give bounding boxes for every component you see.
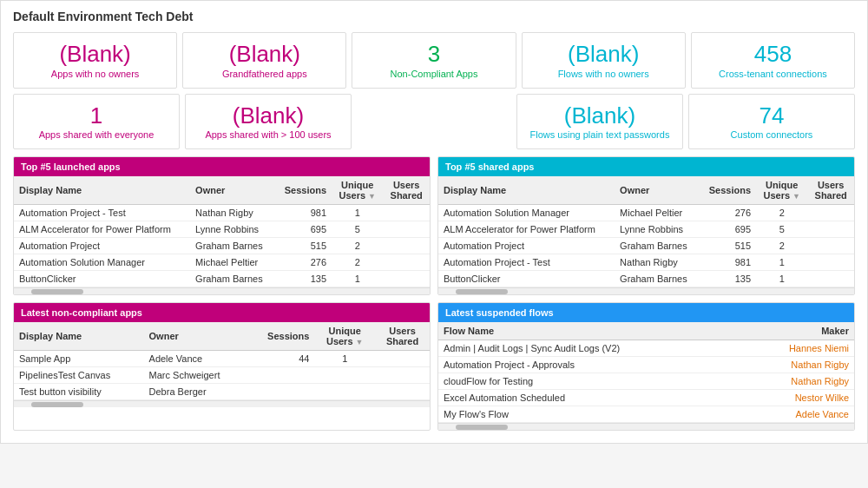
kpi-label-cross-tenant: Cross-tenant connections <box>697 69 849 79</box>
scrollbar-noncompliant[interactable] <box>14 400 430 407</box>
scrollbar-launched[interactable] <box>14 287 430 294</box>
kpi-value-apps-no-owners: (Blank) <box>19 42 171 67</box>
table-row: ALM Accelerator for Power PlatformLynne … <box>438 221 854 238</box>
page-container: Default Environment Tech Debt (Blank) Ap… <box>0 0 868 444</box>
kpi-label-shared-100: Apps shared with > 100 users <box>191 129 345 140</box>
col-flow-name: Flow Name <box>438 322 740 340</box>
tables-row-1: Top #5 launched apps Display Name Owner … <box>13 156 855 295</box>
latest-suspended-table: Flow Name Maker Admin | Audit Logs | Syn… <box>438 322 854 423</box>
latest-noncompliant-table: Display Name Owner Sessions UniqueUsers … <box>14 322 430 400</box>
table-row: cloudFlow for TestingNathan Rigby <box>438 373 854 390</box>
table-row: Excel Automation ScheduledNestor Wilke <box>438 390 854 406</box>
kpi-shared-everyone[interactable]: 1 Apps shared with everyone <box>13 94 180 150</box>
scrollbar-thumb <box>31 289 83 294</box>
kpi-value-non-compliant: 3 <box>358 42 510 67</box>
kpi-row-2: 1 Apps shared with everyone (Blank) Apps… <box>13 94 855 150</box>
table-row: Automation Solution ManagerMichael Pelti… <box>14 254 430 271</box>
table-row: Test button visibilityDebra Berger <box>14 384 430 400</box>
latest-suspended-panel: Latest suspended flows Flow Name Maker A… <box>437 302 855 431</box>
table-row: Automation ProjectGraham Barnes5152 <box>14 238 430 254</box>
kpi-value-flows-no-owners: (Blank) <box>528 42 680 67</box>
table-row: ButtonClickerGraham Barnes1351 <box>438 271 854 287</box>
kpi-value-grandfathered: (Blank) <box>188 42 340 67</box>
top5-launched-header-row: Display Name Owner Sessions UniqueUsers … <box>14 176 430 205</box>
kpi-value-shared-everyone: 1 <box>19 103 174 129</box>
kpi-cross-tenant[interactable]: 458 Cross-tenant connections <box>691 32 855 89</box>
col-users-shared: UsersShared <box>807 176 854 205</box>
table-row: Automation Solution ManagerMichael Pelti… <box>438 205 854 221</box>
kpi-row-1: (Blank) Apps with no owners (Blank) Gran… <box>13 32 855 89</box>
top5-shared-panel: Top #5 shared apps Display Name Owner Se… <box>437 156 855 295</box>
kpi-label-custom-connectors: Custom connectors <box>694 129 849 140</box>
col-unique-users: UniqueUsers ▼ <box>314 322 375 351</box>
col-sessions: Sessions <box>247 322 314 351</box>
table-row: My Flow's FlowAdele Vance <box>438 406 854 423</box>
noncompliant-header-row: Display Name Owner Sessions UniqueUsers … <box>14 322 430 351</box>
top5-launched-table: Display Name Owner Sessions UniqueUsers … <box>14 176 430 287</box>
table-row: Automation Project - TestNathan Rigby981… <box>438 254 854 271</box>
table-row: PipelinesTest CanvasMarc Schweigert <box>14 367 430 384</box>
kpi-label-grandfathered: Grandfathered apps <box>188 69 340 79</box>
scrollbar-suspended[interactable] <box>438 423 854 430</box>
kpi-shared-100[interactable]: (Blank) Apps shared with > 100 users <box>185 94 352 150</box>
latest-noncompliant-panel: Latest non-compliant apps Display Name O… <box>13 302 431 431</box>
top5-shared-header: Top #5 shared apps <box>438 157 854 176</box>
col-display-name: Display Name <box>14 322 144 351</box>
kpi-apps-no-owners[interactable]: (Blank) Apps with no owners <box>13 32 177 89</box>
scrollbar-thumb <box>456 425 508 430</box>
table-row: ALM Accelerator for Power PlatformLynne … <box>14 221 430 238</box>
kpi-label-plain-text: Flows using plain text passwords <box>523 129 677 140</box>
top5-launched-header: Top #5 launched apps <box>14 157 430 176</box>
col-unique-users: UniqueUsers ▼ <box>756 176 807 205</box>
col-owner: Owner <box>190 176 274 205</box>
kpi-custom-connectors[interactable]: 74 Custom connectors <box>688 94 855 150</box>
col-display-name: Display Name <box>14 176 190 205</box>
col-maker: Maker <box>740 322 854 340</box>
kpi-spacer <box>357 94 511 150</box>
kpi-value-custom-connectors: 74 <box>694 103 849 129</box>
kpi-flows-no-owners[interactable]: (Blank) Flows with no owners <box>522 32 686 89</box>
col-display-name: Display Name <box>438 176 615 205</box>
kpi-value-plain-text: (Blank) <box>523 103 677 129</box>
kpi-value-cross-tenant: 458 <box>697 42 849 67</box>
kpi-label-non-compliant: Non-Compliant Apps <box>358 69 510 79</box>
kpi-label-apps-no-owners: Apps with no owners <box>19 69 171 79</box>
table-row: ButtonClickerGraham Barnes1351 <box>14 271 430 287</box>
kpi-plain-text-pw[interactable]: (Blank) Flows using plain text passwords <box>516 94 683 150</box>
col-sessions: Sessions <box>700 176 757 205</box>
scrollbar-thumb <box>31 402 83 407</box>
table-row: Sample AppAdele Vance441 <box>14 351 430 367</box>
kpi-label-flows-no-owners: Flows with no owners <box>528 69 680 79</box>
kpi-non-compliant[interactable]: 3 Non-Compliant Apps <box>352 32 516 89</box>
kpi-grandfathered-apps[interactable]: (Blank) Grandfathered apps <box>182 32 346 89</box>
table-row: Automation ProjectGraham Barnes5152 <box>438 238 854 254</box>
table-row: Automation Project - ApprovalsNathan Rig… <box>438 357 854 373</box>
latest-suspended-header: Latest suspended flows <box>438 303 854 322</box>
table-row: Admin | Audit Logs | Sync Audit Logs (V2… <box>438 340 854 357</box>
kpi-label-shared-everyone: Apps shared with everyone <box>19 129 174 140</box>
col-sessions: Sessions <box>275 176 332 205</box>
latest-noncompliant-header: Latest non-compliant apps <box>14 303 430 322</box>
tables-row-2: Latest non-compliant apps Display Name O… <box>13 302 855 431</box>
col-owner: Owner <box>615 176 699 205</box>
scrollbar-shared[interactable] <box>438 287 854 294</box>
col-users-shared: UsersShared <box>375 322 430 351</box>
table-row: Automation Project - TestNathan Rigby981… <box>14 205 430 221</box>
col-owner: Owner <box>144 322 248 351</box>
top5-shared-table: Display Name Owner Sessions UniqueUsers … <box>438 176 854 287</box>
kpi-value-shared-100: (Blank) <box>191 103 345 129</box>
top5-launched-panel: Top #5 launched apps Display Name Owner … <box>13 156 431 295</box>
col-users-shared: UsersShared <box>383 176 430 205</box>
top5-shared-header-row: Display Name Owner Sessions UniqueUsers … <box>438 176 854 205</box>
scrollbar-thumb <box>456 289 508 294</box>
suspended-header-row: Flow Name Maker <box>438 322 854 340</box>
page-title: Default Environment Tech Debt <box>13 10 855 23</box>
col-unique-users: UniqueUsers ▼ <box>332 176 383 205</box>
